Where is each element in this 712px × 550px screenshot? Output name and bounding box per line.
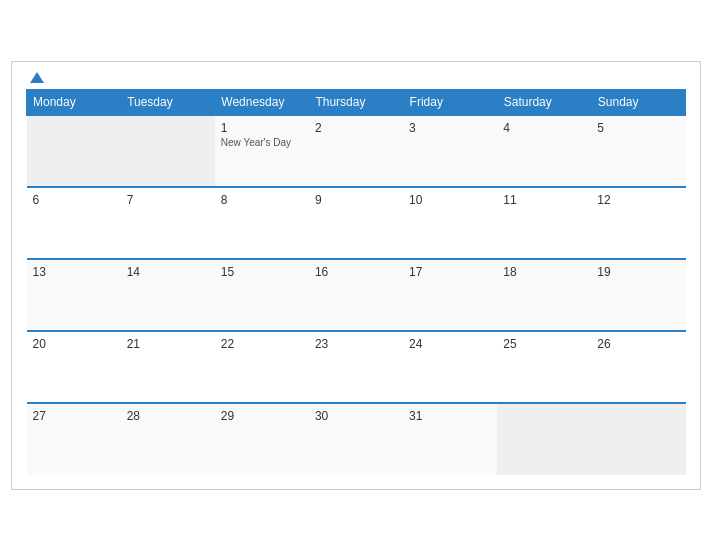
- weekday-header-friday: Friday: [403, 89, 497, 115]
- day-number: 2: [315, 121, 397, 135]
- weekday-header-sunday: Sunday: [591, 89, 685, 115]
- day-number: 16: [315, 265, 397, 279]
- day-number: 26: [597, 337, 679, 351]
- calendar-day-cell: 4: [497, 115, 591, 187]
- calendar-day-cell: 27: [27, 403, 121, 475]
- logo-blue-text: [26, 72, 44, 83]
- day-number: 24: [409, 337, 491, 351]
- day-number: 25: [503, 337, 585, 351]
- calendar-container: MondayTuesdayWednesdayThursdayFridaySatu…: [11, 61, 701, 490]
- calendar-week-row: 6789101112: [27, 187, 686, 259]
- day-event: New Year's Day: [221, 137, 303, 148]
- day-number: 27: [33, 409, 115, 423]
- day-number: 1: [221, 121, 303, 135]
- day-number: 17: [409, 265, 491, 279]
- calendar-day-cell: 3: [403, 115, 497, 187]
- weekday-header-saturday: Saturday: [497, 89, 591, 115]
- calendar-grid: MondayTuesdayWednesdayThursdayFridaySatu…: [26, 89, 686, 475]
- day-number: 21: [127, 337, 209, 351]
- day-number: 8: [221, 193, 303, 207]
- calendar-day-cell: 8: [215, 187, 309, 259]
- day-number: 10: [409, 193, 491, 207]
- weekday-header-thursday: Thursday: [309, 89, 403, 115]
- day-number: 23: [315, 337, 397, 351]
- calendar-day-cell: 23: [309, 331, 403, 403]
- day-number: 14: [127, 265, 209, 279]
- calendar-day-cell: 14: [121, 259, 215, 331]
- day-number: 30: [315, 409, 397, 423]
- calendar-week-row: 1New Year's Day2345: [27, 115, 686, 187]
- calendar-day-cell: [27, 115, 121, 187]
- weekday-header-tuesday: Tuesday: [121, 89, 215, 115]
- calendar-day-cell: 13: [27, 259, 121, 331]
- calendar-day-cell: 21: [121, 331, 215, 403]
- calendar-week-row: 13141516171819: [27, 259, 686, 331]
- calendar-day-cell: 17: [403, 259, 497, 331]
- calendar-day-cell: 11: [497, 187, 591, 259]
- logo: [26, 72, 44, 83]
- calendar-week-row: 20212223242526: [27, 331, 686, 403]
- weekday-header-row: MondayTuesdayWednesdayThursdayFridaySatu…: [27, 89, 686, 115]
- calendar-day-cell: 9: [309, 187, 403, 259]
- calendar-day-cell: 1New Year's Day: [215, 115, 309, 187]
- logo-triangle-icon: [30, 72, 44, 83]
- calendar-day-cell: 7: [121, 187, 215, 259]
- calendar-header: [26, 72, 686, 83]
- day-number: 15: [221, 265, 303, 279]
- day-number: 6: [33, 193, 115, 207]
- calendar-day-cell: 16: [309, 259, 403, 331]
- calendar-day-cell: [121, 115, 215, 187]
- weekday-header-monday: Monday: [27, 89, 121, 115]
- calendar-day-cell: 10: [403, 187, 497, 259]
- calendar-day-cell: 5: [591, 115, 685, 187]
- day-number: 20: [33, 337, 115, 351]
- calendar-week-row: 2728293031: [27, 403, 686, 475]
- weekday-header-wednesday: Wednesday: [215, 89, 309, 115]
- day-number: 31: [409, 409, 491, 423]
- calendar-day-cell: 15: [215, 259, 309, 331]
- calendar-day-cell: [497, 403, 591, 475]
- day-number: 11: [503, 193, 585, 207]
- calendar-day-cell: [591, 403, 685, 475]
- calendar-day-cell: 18: [497, 259, 591, 331]
- calendar-day-cell: 6: [27, 187, 121, 259]
- day-number: 3: [409, 121, 491, 135]
- day-number: 19: [597, 265, 679, 279]
- calendar-day-cell: 30: [309, 403, 403, 475]
- calendar-day-cell: 20: [27, 331, 121, 403]
- calendar-day-cell: 31: [403, 403, 497, 475]
- calendar-day-cell: 22: [215, 331, 309, 403]
- calendar-day-cell: 2: [309, 115, 403, 187]
- calendar-day-cell: 19: [591, 259, 685, 331]
- day-number: 4: [503, 121, 585, 135]
- day-number: 5: [597, 121, 679, 135]
- day-number: 9: [315, 193, 397, 207]
- calendar-day-cell: 24: [403, 331, 497, 403]
- day-number: 22: [221, 337, 303, 351]
- day-number: 28: [127, 409, 209, 423]
- day-number: 18: [503, 265, 585, 279]
- calendar-day-cell: 28: [121, 403, 215, 475]
- day-number: 29: [221, 409, 303, 423]
- day-number: 13: [33, 265, 115, 279]
- calendar-day-cell: 25: [497, 331, 591, 403]
- day-number: 7: [127, 193, 209, 207]
- calendar-day-cell: 12: [591, 187, 685, 259]
- calendar-day-cell: 26: [591, 331, 685, 403]
- calendar-day-cell: 29: [215, 403, 309, 475]
- day-number: 12: [597, 193, 679, 207]
